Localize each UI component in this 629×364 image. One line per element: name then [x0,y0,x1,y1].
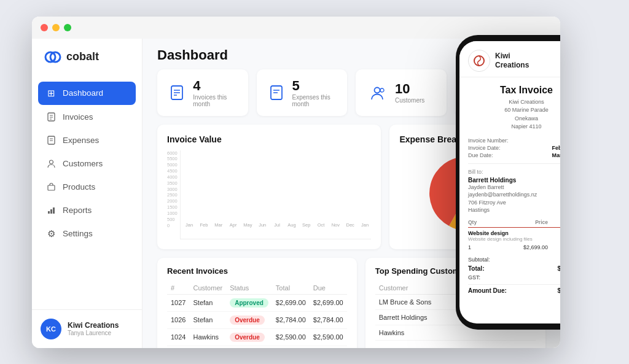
stat-info-customers: 10 Customers [395,81,424,104]
bar-label-mar: Mar [214,222,222,228]
sidebar-item-products[interactable]: Products [38,176,136,198]
logo: cobalt [32,39,142,76]
inv-col-price: Price [511,219,548,225]
inv-total-label: Total: [468,265,484,272]
y-label-2500: 2500 [167,192,178,198]
inv-item-total: $2,699.00 [548,244,560,250]
maximize-button[interactable] [64,24,71,31]
bar-label-jan2: Jan [361,222,369,228]
user-name: Kiwi Creations [68,321,119,330]
y-label-1000: 1000 [167,211,178,216]
bar-label-oct: Oct [318,222,325,228]
inv-meta-number: Invoice Number: 1028 [468,137,560,144]
status-badge-approved: Approved [230,298,268,308]
inv-bill-contact: Jayden Barrett [468,184,504,190]
y-label-3000: 3000 [167,187,178,192]
cell-customer-1: Stefan [189,311,226,328]
sidebar-item-settings[interactable]: ⚙ Settings [38,223,136,245]
y-label-1500: 1500 [167,204,178,210]
sidebar-item-reports[interactable]: Reports [38,199,136,222]
table-row: 1024 Hawkins Overdue $2,590.00 $2,590.00 [167,328,347,346]
inv-totals: Subtotal: $2,699.00 Total: $2,699.00 GST… [468,255,560,294]
expense-stat-icon [268,82,285,103]
cell-status-1: Overdue [226,311,272,328]
y-label-0: 0 [167,223,178,228]
bar-label-feb: Feb [200,222,208,228]
inv-gst-label: GST: [468,274,480,281]
inv-meta-label-due: Due Date: [468,152,493,158]
invoices-icon [45,112,57,123]
invoice-value-chart: Invoice Value 0 500 1000 1500 2000 2500 … [157,125,381,249]
stat-info-expenses: 5 Expenses this month [292,78,337,107]
sidebar-label-customers: Customers [63,159,103,168]
inv-bill-company: Barrett Holdings [468,177,560,184]
expenses-icon [45,135,57,146]
sidebar-label-reports: Reports [63,206,92,215]
inv-bill-detail: Jayden Barrett jaydenb@barrettholdings.n… [468,184,560,214]
inv-total-value: $2,699.00 [558,265,561,272]
inv-amount-due-label: Amount Due: [468,287,507,294]
inv-address-line1: Kiwi Creations [509,99,544,105]
invoice-address: Kiwi Creations 60 Marine Parade Onekawa … [468,98,560,131]
sidebar-item-customers[interactable]: Customers [38,153,136,175]
y-label-3500: 3500 [167,180,178,186]
invoice-body: Tax Invoice Kiwi Creations 60 Marine Par… [459,77,560,323]
inv-meta-label-number: Invoice Number: [468,137,509,144]
phone-screen: Kiwi Creations Tax Invoice Kiwi Creation… [459,41,560,323]
avatar: KC [41,319,61,339]
inv-col-qty: Qty [468,219,511,225]
bar-label-may: May [243,222,252,228]
bar-label-dec: Dec [346,222,354,228]
cell-total-0: $2,699.00 [272,294,310,311]
status-badge-overdue-1: Overdue [230,316,265,325]
col-header-due: Due [310,282,347,295]
inv-meta-due: Due Date: Mar 20, 2023 [468,152,560,158]
customers-stat-icon [367,82,388,103]
sidebar: cobalt ⊞ Dashboard Invoices Expenses [32,17,143,348]
cell-due-2: $2,590.00 [310,328,347,346]
stat-card-customers: 10 Customers [356,69,447,116]
stat-card-expenses: 5 Expenses this month [257,69,348,116]
invoice-company-name-line2: Creations [495,61,529,69]
sidebar-nav: ⊞ Dashboard Invoices Expenses Customers [32,76,142,309]
inv-address-line2: 60 Marine Parade [504,107,549,113]
inv-bill-to-label: Bill to: [468,169,560,175]
svg-rect-11 [48,211,50,214]
sidebar-item-invoices[interactable]: Invoices [38,106,136,128]
inv-item-price: $2,699.00 [511,244,548,250]
sidebar-label-settings: Settings [63,229,93,238]
bar-chart-title: Invoice Value [167,134,371,144]
bar-label-apr: Apr [230,222,237,228]
inv-item-qty: 1 [468,244,511,250]
stat-info-invoices: 4 Invoices this month [193,78,236,107]
cell-num-2: 1024 [167,328,189,346]
inv-gst-row: GST: $352.04 [468,273,560,282]
stat-label-expenses: Expenses this month [292,94,337,107]
minimize-button[interactable] [52,24,60,31]
bar-label-aug: Aug [287,222,295,228]
invoice-logo-icon [468,50,490,72]
sidebar-item-expenses[interactable]: Expenses [38,130,136,152]
sidebar-label-expenses: Expenses [63,136,99,145]
bar-label-nov: Nov [332,222,340,228]
invoice-company-name-line1: Kiwi [495,52,529,60]
sidebar-item-dashboard[interactable]: ⊞ Dashboard [38,82,136,105]
svg-point-21 [375,87,380,93]
stat-label-customers: Customers [395,97,424,104]
stat-number-customers: 10 [395,81,424,97]
stat-card-invoices: 4 Invoices this month [157,69,248,116]
inv-meta-value-date: Feb 13, 2023 [552,145,560,151]
inv-bill-addr1: 706 Fitzroy Ave [468,199,506,206]
inv-address-line4: Napier 4110 [511,123,541,130]
close-button[interactable] [41,24,48,31]
stat-number-expenses: 5 [292,78,337,94]
inv-amount-due-value: $2,699.00 [558,287,561,294]
col-header-total: Total [272,282,310,295]
inv-subtotal-row: Subtotal: $2,699.00 [468,255,560,264]
inv-meta-value-due: Mar 20, 2023 [552,152,560,158]
inv-item-description: Website design [468,230,560,236]
app-window: cobalt ⊞ Dashboard Invoices Expenses [32,17,560,348]
inv-item-row: 1 $2,699.00 $2,699.00 [468,244,560,250]
sidebar-label-dashboard: Dashboard [63,88,103,98]
inv-col-total: Total [548,219,560,225]
